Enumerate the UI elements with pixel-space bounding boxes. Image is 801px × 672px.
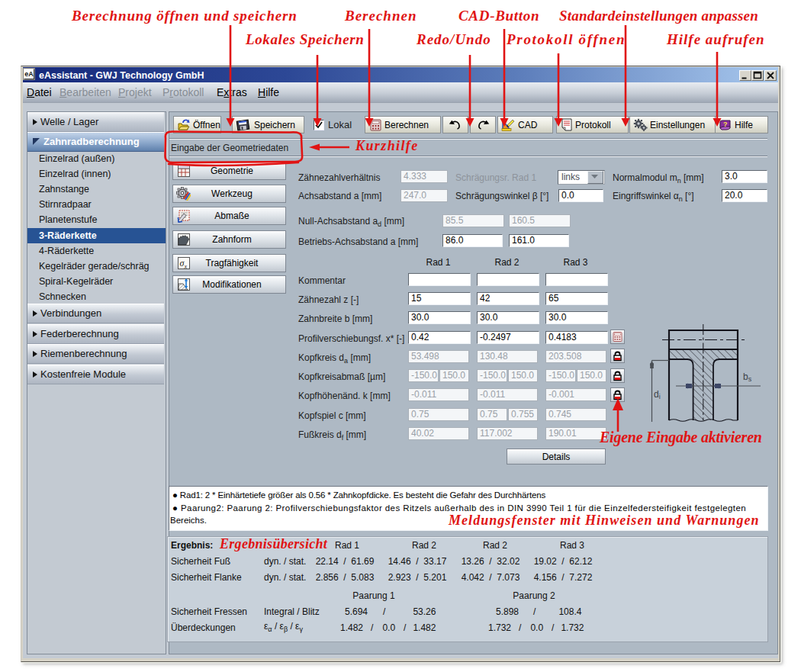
svg-text:bs: bs [743, 371, 752, 383]
svg-text:x: x [184, 263, 188, 270]
svg-text:di: di [654, 389, 661, 400]
svg-text:?: ? [723, 121, 728, 128]
